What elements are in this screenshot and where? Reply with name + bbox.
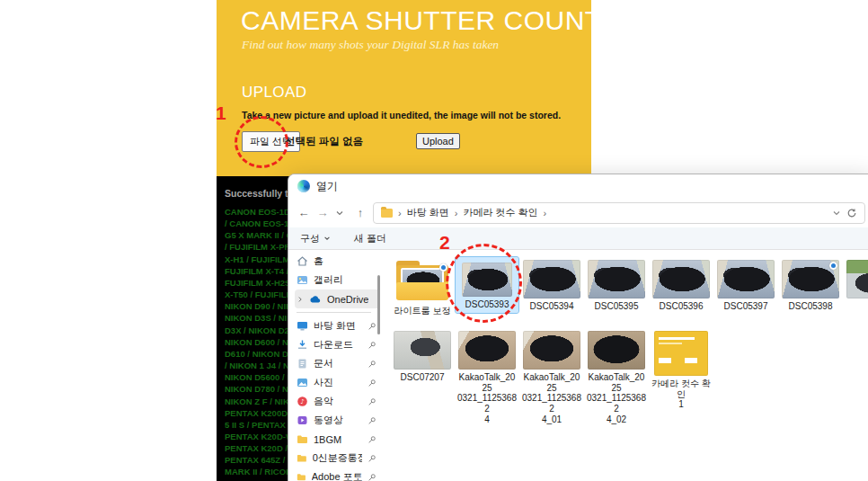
- sidebar-item-pictures[interactable]: 사진: [295, 373, 380, 392]
- file-item[interactable]: DSC05395: [585, 257, 648, 315]
- sidebar-item-documents[interactable]: 문서: [295, 354, 380, 373]
- sidebar-label: 홈: [314, 254, 323, 268]
- file-name: 카메라 컷수 확인 1: [651, 379, 711, 410]
- edge-icon: [297, 180, 310, 192]
- file-item[interactable]: KakaoTalk_2025 0321_11253682 4_01: [520, 328, 583, 428]
- pin-icon: [368, 397, 376, 406]
- address-dropdown-icon[interactable]: [832, 209, 841, 218]
- sidebar-item-0idbankbook[interactable]: 0신분증통장: [295, 449, 380, 468]
- folder-icon: [297, 453, 307, 463]
- photo-thumbnail: [458, 331, 516, 370]
- sidebar-label: 바탕 화면: [314, 319, 356, 333]
- pin-icon: [368, 379, 376, 387]
- pin-icon: [368, 454, 376, 463]
- screenshot-thumbnail: [654, 331, 708, 376]
- page-title: CAMERA SHUTTER COUNT: [241, 5, 602, 36]
- dialog-navbar: ← → ↑ › 바탕 화면 › 카메라 컷수 확인 ›: [288, 198, 868, 227]
- file-item[interactable]: DSC07207: [391, 328, 454, 386]
- upload-note: Take a new picture and upload it unedite…: [242, 110, 561, 120]
- folder-icon: [297, 472, 306, 481]
- file-item[interactable]: KakaoTalk_2025 0321_11253682 4: [456, 328, 518, 428]
- camera-model-line: NIKON D780 / NI: [225, 383, 296, 395]
- sidebar-item-1bgm[interactable]: 1BGM: [295, 430, 380, 449]
- annotation-circle-1: [235, 116, 288, 168]
- videos-icon: [297, 414, 308, 426]
- folder-thumbnail: [394, 260, 450, 303]
- new-folder-button[interactable]: 새 폴더: [354, 232, 386, 245]
- camera-model-line: FUJIFILM X-T4 /: [225, 265, 296, 277]
- sidebar-item-music[interactable]: ♪ 음악: [295, 392, 380, 411]
- photo-thumbnail: [394, 331, 451, 370]
- file-item[interactable]: DSC05394: [520, 257, 583, 315]
- download-icon: [297, 339, 308, 351]
- file-status-text: 선택된 파일 없음: [285, 135, 363, 148]
- camera-model-line: FUJIFILM X-H2S: [225, 277, 296, 289]
- breadcrumb-desktop[interactable]: 바탕 화면: [407, 206, 449, 219]
- sidebar-item-adobe-photoshop[interactable]: Adobe 포토샵: [295, 468, 380, 481]
- pin-icon: [368, 473, 376, 481]
- back-icon[interactable]: ←: [297, 206, 310, 219]
- sidebar-label: 음악: [314, 395, 333, 408]
- photo-thumbnail: [588, 331, 645, 370]
- camera-model-line: / NIKON 1 J4 / NI: [225, 360, 296, 371]
- sidebar-label: 1BGM: [314, 434, 341, 445]
- onedrive-status-icon: [829, 262, 837, 270]
- dialog-toolbar: 구성 새 폴더: [288, 227, 868, 250]
- breadcrumb-separator: ›: [544, 208, 547, 218]
- onedrive-cloud-icon: [309, 295, 322, 304]
- file-item[interactable]: DSC05396: [650, 257, 713, 315]
- sidebar-label: 갤러리: [314, 273, 343, 287]
- file-name: 라이트룸 보정: [394, 306, 451, 316]
- camera-model-line: D610 / NIKON D5: [225, 348, 296, 360]
- sidebar-item-downloads[interactable]: 다운로드: [295, 335, 380, 354]
- sidebar-label: 0신분증통장: [313, 451, 362, 465]
- photo-thumbnail: [846, 260, 868, 298]
- camera-model-line: X-T50 / FUJIFILM: [225, 289, 296, 300]
- organize-menu[interactable]: 구성: [300, 232, 331, 245]
- file-item[interactable]: DSC05397: [714, 257, 777, 315]
- folder-icon: [297, 434, 308, 444]
- breadcrumb-current-folder[interactable]: 카메라 컷수 확인: [463, 206, 537, 219]
- chevron-down-icon: [323, 235, 331, 242]
- gallery-icon: [297, 274, 308, 286]
- file-item[interactable]: 카메라 컷수 확인 1: [650, 328, 713, 413]
- sidebar-item-desktop[interactable]: 바탕 화면: [295, 316, 380, 335]
- file-name: DSC07207: [401, 372, 445, 383]
- dialog-titlebar[interactable]: 열기: [288, 174, 868, 198]
- pin-icon: [368, 341, 376, 350]
- camera-model-line: X-H1 / FUJIFILM: [225, 254, 296, 265]
- sidebar-label: 동영상: [314, 414, 343, 427]
- address-bar[interactable]: › 바탕 화면 › 카메라 컷수 확인 ›: [373, 202, 865, 224]
- history-chevron-icon[interactable]: [335, 209, 348, 218]
- sidebar-item-gallery[interactable]: 갤러리: [295, 271, 380, 289]
- svg-text:♪: ♪: [300, 398, 304, 405]
- upload-button[interactable]: Upload: [416, 133, 460, 149]
- sidebar-item-onedrive[interactable]: OneDrive: [295, 289, 380, 308]
- file-name: DSC05398: [789, 301, 833, 312]
- camera-model-line: / CANON EOS-1D: [225, 218, 296, 229]
- file-item[interactable]: DSC05398: [779, 257, 842, 315]
- pin-icon: [368, 435, 376, 444]
- file-name: DSC05395: [595, 301, 639, 312]
- camera-model-line: CANON EOS-1D: [225, 206, 296, 218]
- camera-model-line: PENTAX K20D / F: [225, 442, 296, 454]
- breadcrumb-separator: ›: [455, 208, 458, 218]
- dialog-title: 열기: [316, 179, 338, 194]
- file-item-partial[interactable]: D: [844, 257, 868, 315]
- sidebar-item-videos[interactable]: 동영상: [295, 411, 380, 430]
- forward-icon[interactable]: →: [316, 206, 329, 219]
- camera-model-line: D3X / NIKON D2H: [225, 325, 296, 336]
- file-name: KakaoTalk_2025 0321_11253682 4_02: [587, 372, 646, 425]
- file-item[interactable]: KakaoTalk_2025 0321_11253682 4_02: [585, 328, 648, 428]
- up-icon[interactable]: ↑: [354, 206, 367, 219]
- refresh-icon[interactable]: [846, 208, 857, 218]
- file-item-folder[interactable]: 라이트룸 보정: [391, 257, 454, 319]
- camera-model-line: PENTAX K20D-W: [225, 431, 296, 442]
- sidebar-item-home[interactable]: 홈: [295, 252, 380, 271]
- results-header: Successfully te: [225, 188, 293, 199]
- annotation-circle-2: [446, 244, 522, 323]
- photo-thumbnail: [523, 331, 580, 370]
- camera-model-line: / FUJIFILM X-PR: [225, 241, 296, 253]
- camera-model-list: CANON EOS-1D / CANON EOS-1D G5 X MARK II…: [225, 206, 296, 478]
- camera-model-line: NIKON D5600 / N: [225, 371, 296, 383]
